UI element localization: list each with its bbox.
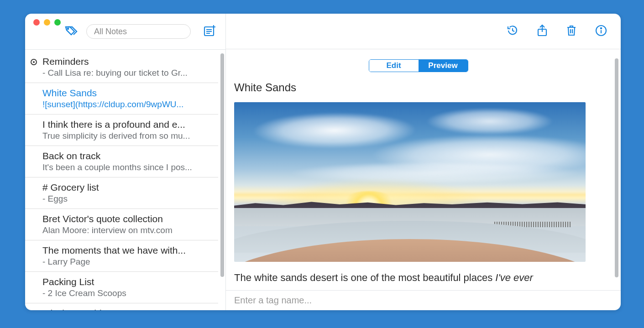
search-placeholder: All Notes bbox=[94, 27, 127, 36]
note-list-item[interactable]: Back on trackIt's been a couple months s… bbox=[25, 146, 218, 177]
note-image-sunset bbox=[234, 102, 586, 262]
trash-icon bbox=[566, 25, 577, 36]
note-item-preview: - Eggs bbox=[42, 194, 212, 204]
note-list-item[interactable]: White Sands![sunset](https://cldup.com/9… bbox=[25, 83, 218, 115]
history-button[interactable] bbox=[507, 25, 518, 38]
tags-button[interactable] bbox=[64, 25, 78, 38]
note-list-item[interactable]: I think there is a profound and e...True… bbox=[25, 115, 218, 146]
note-item-title: The moments that we have with... bbox=[42, 245, 212, 256]
window-controls bbox=[33, 19, 61, 26]
info-button[interactable] bbox=[595, 25, 607, 38]
note-item-title: Mission Sushi Restaurants bbox=[42, 308, 212, 310]
note-item-preview: True simplicity is derived from so mu... bbox=[42, 131, 212, 141]
note-list-item[interactable]: Reminders- Call Lisa re: buying our tick… bbox=[25, 52, 218, 83]
sidebar-scrollbar[interactable] bbox=[220, 53, 224, 277]
trash-button[interactable] bbox=[566, 25, 577, 38]
svg-point-0 bbox=[68, 28, 68, 29]
svg-point-13 bbox=[601, 27, 602, 28]
note-content: Edit Preview White Sands The white sand bbox=[226, 49, 621, 290]
share-icon bbox=[537, 24, 548, 37]
note-item-title: I think there is a profound and e... bbox=[42, 119, 212, 130]
note-list-item[interactable]: Packing List- 2 Ice Cream Scoops bbox=[25, 272, 218, 303]
note-item-title: White Sands bbox=[42, 88, 212, 99]
history-icon bbox=[507, 25, 518, 36]
notes-sidebar: All Notes Reminders- Call Lisa re: buyin… bbox=[25, 14, 226, 310]
note-item-preview: - Larry Page bbox=[42, 257, 212, 267]
edit-tab[interactable]: Edit bbox=[369, 60, 419, 72]
note-item-title: Packing List bbox=[42, 276, 212, 287]
tags-icon bbox=[64, 25, 78, 36]
preview-tab[interactable]: Preview bbox=[419, 60, 468, 72]
note-list-item[interactable]: Bret Victor's quote collectionAlan Moore… bbox=[25, 209, 218, 240]
note-list-item[interactable]: The moments that we have with...- Larry … bbox=[25, 240, 218, 272]
tag-input-placeholder: Enter a tag name... bbox=[234, 295, 312, 306]
note-item-title: Bret Victor's quote collection bbox=[42, 213, 212, 224]
zoom-window-button[interactable] bbox=[54, 19, 61, 26]
note-item-title: Back on track bbox=[42, 151, 212, 161]
share-button[interactable] bbox=[537, 24, 548, 39]
search-input[interactable]: All Notes bbox=[86, 24, 191, 39]
minimize-window-button[interactable] bbox=[44, 19, 50, 26]
notes-list: Reminders- Call Lisa re: buying our tick… bbox=[25, 49, 225, 310]
note-item-title: Reminders bbox=[42, 56, 212, 67]
new-note-icon bbox=[204, 25, 216, 36]
note-body: The white sands desert is one of the mos… bbox=[234, 272, 602, 284]
note-item-preview: ![sunset](https://cldup.com/9wpWU... bbox=[42, 99, 212, 109]
note-item-preview: It's been a couple months since I pos... bbox=[42, 162, 212, 172]
note-body-italic: I've ever bbox=[495, 272, 533, 283]
app-window: All Notes Reminders- Call Lisa re: buyin… bbox=[25, 14, 621, 310]
close-window-button[interactable] bbox=[33, 19, 40, 26]
note-item-preview: Alan Moore: interview on mtv.com bbox=[42, 225, 212, 235]
pinned-indicator-icon bbox=[31, 59, 37, 65]
note-item-preview: - 2 Ice Cream Scoops bbox=[42, 288, 212, 298]
note-toolbar bbox=[226, 14, 621, 49]
edit-preview-toggle: Edit Preview bbox=[369, 59, 468, 72]
note-title: White Sands bbox=[234, 81, 602, 94]
new-note-button[interactable] bbox=[204, 25, 216, 38]
note-body-text: The white sands desert is one of the mos… bbox=[234, 272, 495, 283]
content-scrollbar[interactable] bbox=[615, 58, 618, 277]
note-item-title: # Grocery list bbox=[42, 182, 212, 193]
note-item-preview: - Call Lisa re: buying our ticket to Gr.… bbox=[42, 68, 212, 78]
note-pane: Edit Preview White Sands The white sand bbox=[226, 14, 621, 310]
info-icon bbox=[595, 25, 607, 36]
tag-input[interactable]: Enter a tag name... bbox=[226, 290, 621, 310]
note-list-item[interactable]: # Grocery list- Eggs bbox=[25, 177, 218, 209]
note-list-item[interactable]: Mission Sushi Restaurants- Suogi bbox=[25, 303, 218, 310]
